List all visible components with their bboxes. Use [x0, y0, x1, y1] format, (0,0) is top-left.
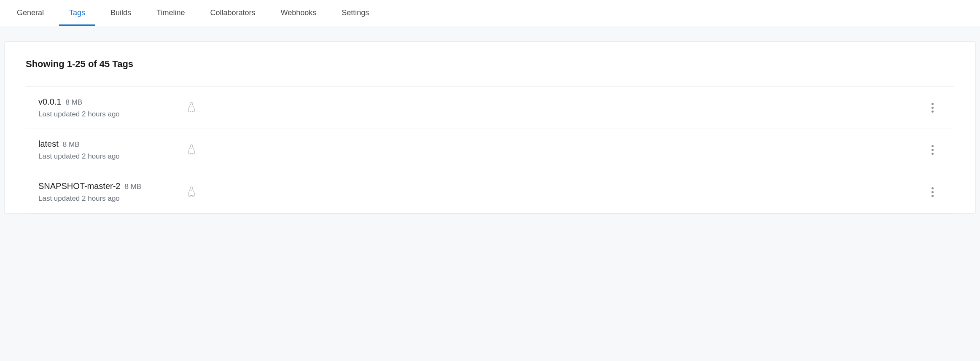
tag-size: 8 MB	[65, 98, 82, 107]
tab-bar: General Tags Builds Timeline Collaborato…	[0, 0, 980, 26]
tag-updated: Last updated 2 hours ago	[38, 152, 186, 161]
more-dots-icon	[932, 187, 934, 189]
tag-actions	[927, 101, 954, 115]
more-menu-button[interactable]	[927, 143, 937, 157]
svg-point-1	[192, 104, 193, 105]
svg-point-2	[190, 146, 191, 147]
tag-size: 8 MB	[63, 140, 80, 149]
tag-row: latest 8 MB Last updated 2 hours ago	[26, 129, 954, 171]
linux-icon	[186, 144, 197, 156]
tab-settings[interactable]: Settings	[342, 0, 369, 26]
tab-timeline[interactable]: Timeline	[156, 0, 185, 26]
tags-card: Showing 1-25 of 45 Tags v0.0.1 8 MB Last…	[4, 41, 976, 214]
more-menu-button[interactable]	[927, 186, 937, 199]
tag-name[interactable]: latest	[38, 139, 59, 149]
tag-row: SNAPSHOT-master-2 8 MB Last updated 2 ho…	[26, 171, 954, 213]
content-area: Showing 1-25 of 45 Tags v0.0.1 8 MB Last…	[0, 26, 980, 214]
tab-collaborators[interactable]: Collaborators	[210, 0, 255, 26]
tags-count-heading: Showing 1-25 of 45 Tags	[26, 59, 954, 70]
linux-icon	[186, 186, 197, 199]
tab-webhooks[interactable]: Webhooks	[281, 0, 317, 26]
more-dots-icon	[932, 103, 934, 105]
tag-updated: Last updated 2 hours ago	[38, 110, 186, 119]
tag-os	[186, 144, 927, 156]
more-menu-button[interactable]	[927, 101, 937, 115]
tag-os	[186, 186, 927, 199]
tag-size: 8 MB	[124, 183, 141, 191]
svg-point-3	[192, 146, 193, 147]
tag-name[interactable]: v0.0.1	[38, 97, 61, 107]
svg-point-4	[190, 188, 191, 189]
tag-actions	[927, 143, 954, 157]
linux-icon	[186, 102, 197, 114]
tag-info: latest 8 MB Last updated 2 hours ago	[26, 139, 186, 161]
tag-name[interactable]: SNAPSHOT-master-2	[38, 181, 120, 191]
tag-info: SNAPSHOT-master-2 8 MB Last updated 2 ho…	[26, 181, 186, 203]
tag-row: v0.0.1 8 MB Last updated 2 hours ago	[26, 86, 954, 129]
tab-tags[interactable]: Tags	[69, 0, 85, 26]
svg-point-5	[192, 188, 193, 189]
more-dots-icon	[932, 145, 934, 147]
tag-os	[186, 102, 927, 114]
tag-actions	[927, 186, 954, 199]
svg-point-0	[190, 104, 191, 105]
tab-builds[interactable]: Builds	[110, 0, 131, 26]
tag-info: v0.0.1 8 MB Last updated 2 hours ago	[26, 97, 186, 119]
tab-general[interactable]: General	[17, 0, 44, 26]
tag-updated: Last updated 2 hours ago	[38, 194, 186, 203]
